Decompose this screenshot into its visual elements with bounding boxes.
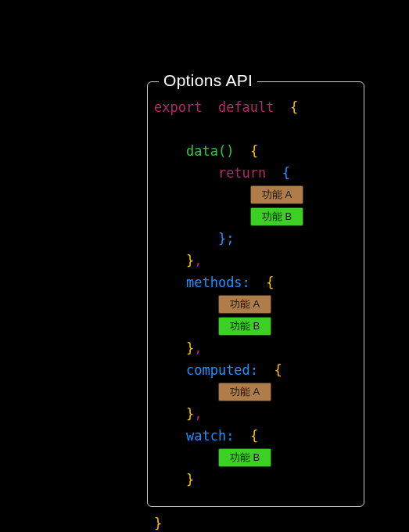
colon-2: :: [250, 362, 258, 378]
comma-2: ,: [194, 340, 202, 356]
section-data: data: [186, 143, 218, 159]
semicolon: ;: [226, 231, 234, 246]
panel-title: Options API: [159, 71, 257, 90]
comma-3: ,: [194, 406, 202, 422]
brace-open-watch: {: [250, 428, 258, 444]
code-block: export default { data() { return { 功能 A …: [154, 96, 303, 532]
brace-close-watch: }: [186, 472, 194, 487]
brace-open-return: {: [282, 165, 290, 181]
pill-feature-b: 功能 B: [218, 317, 271, 336]
pill-feature-b: 功能 B: [218, 448, 271, 467]
paren-close: ): [226, 143, 234, 159]
colon-3: :: [226, 428, 234, 444]
brace-open-computed: {: [274, 362, 282, 378]
brace-close-methods: }: [186, 340, 194, 356]
brace-close-root: }: [154, 516, 162, 531]
options-api-panel: Options API export default { data() { re…: [147, 81, 364, 507]
kw-export: export: [154, 99, 202, 115]
section-methods: methods: [186, 275, 242, 290]
comma-1: ,: [194, 253, 202, 268]
paren-open: (: [218, 143, 226, 159]
brace-open-root: {: [290, 99, 298, 115]
colon-1: :: [242, 275, 250, 290]
brace-close-data: }: [186, 253, 194, 268]
section-computed: computed: [186, 362, 250, 378]
brace-close-return: }: [218, 231, 226, 246]
pill-feature-a: 功能 A: [218, 383, 271, 401]
brace-open-data: {: [250, 143, 258, 159]
pill-feature-a: 功能 A: [250, 185, 303, 204]
pill-feature-a: 功能 A: [218, 295, 271, 314]
section-watch: watch: [186, 428, 226, 444]
kw-default: default: [218, 99, 274, 115]
brace-open-methods: {: [266, 275, 274, 290]
brace-close-computed: }: [186, 406, 194, 422]
kw-return: return: [218, 165, 266, 181]
pill-feature-b: 功能 B: [250, 207, 303, 226]
